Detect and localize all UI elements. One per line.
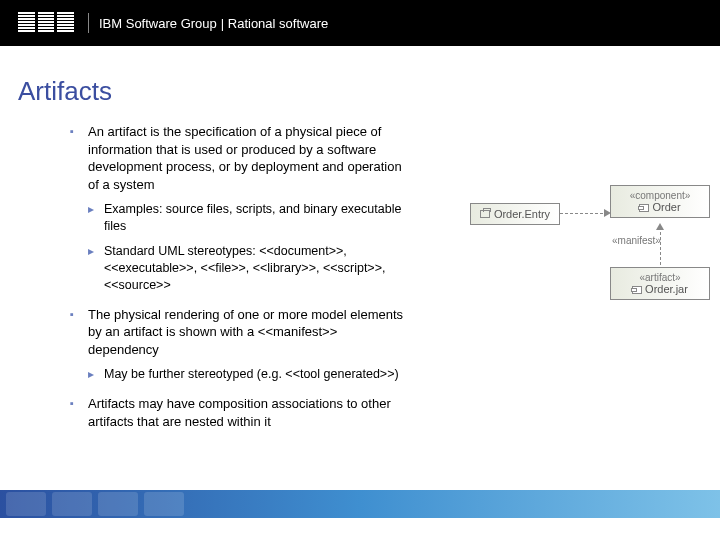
bullet-1-sub-1: Examples: source files, scripts, and bin…: [88, 201, 410, 235]
footer-bar: [0, 490, 720, 518]
slide: IBM Software Group | Rational software A…: [0, 0, 720, 540]
package-icon: [480, 210, 490, 218]
svg-rect-5: [18, 27, 74, 29]
dash-line-1: [560, 213, 608, 214]
slide-body: An artifact is the specification of a ph…: [0, 123, 720, 442]
banner-product: | Rational software: [221, 16, 328, 31]
top-banner: IBM Software Group | Rational software: [0, 0, 720, 46]
banner-divider: [88, 13, 89, 33]
svg-rect-7: [35, 12, 38, 34]
bullet-column: An artifact is the specification of a ph…: [70, 123, 450, 442]
component-stereotype: «component»: [617, 190, 703, 201]
artifact-icon: [632, 286, 642, 294]
manifest-label: «manifest»: [612, 235, 661, 246]
order-label: Order: [652, 201, 680, 213]
artifact-stereotype: «artifact»: [617, 272, 703, 283]
slide-title: Artifacts: [18, 76, 720, 107]
svg-rect-3: [18, 21, 74, 23]
svg-rect-6: [18, 30, 74, 32]
svg-rect-8: [54, 12, 57, 34]
bullet-2-text: The physical rendering of one or more mo…: [88, 307, 403, 357]
svg-rect-4: [18, 24, 74, 26]
order-jar-label: Order.jar: [645, 283, 688, 295]
ibm-logo-icon: [18, 12, 74, 34]
footer-thumbnail-1: [6, 492, 46, 516]
banner-group: IBM Software Group: [99, 16, 217, 31]
arrow-up-icon: [656, 223, 664, 230]
svg-rect-2: [18, 18, 74, 20]
bullet-2-sub-1: May be further stereotyped (e.g. <<tool …: [88, 366, 410, 383]
order-entry-label: Order.Entry: [494, 207, 550, 221]
diagram-box-order-entry: Order.Entry: [470, 203, 560, 225]
footer-thumbnail-2: [52, 492, 92, 516]
bullet-1-text: An artifact is the specification of a ph…: [88, 124, 402, 192]
bullet-3: Artifacts may have composition associati…: [70, 395, 410, 430]
bullet-2: The physical rendering of one or more mo…: [70, 306, 410, 384]
diagram-box-order-component: «component» Order: [610, 185, 710, 218]
svg-rect-0: [18, 12, 74, 14]
bullet-1-sub-2: Standard UML stereotypes: <<document>>, …: [88, 243, 410, 294]
svg-rect-1: [18, 15, 74, 17]
footer-thumbnail-4: [144, 492, 184, 516]
banner-text: IBM Software Group | Rational software: [99, 16, 328, 31]
footer-thumbnail-3: [98, 492, 138, 516]
dash-line-2: [660, 227, 661, 265]
bullet-1: An artifact is the specification of a ph…: [70, 123, 410, 294]
component-icon: [639, 204, 649, 212]
diagram-box-artifact: «artifact» Order.jar: [610, 267, 710, 300]
